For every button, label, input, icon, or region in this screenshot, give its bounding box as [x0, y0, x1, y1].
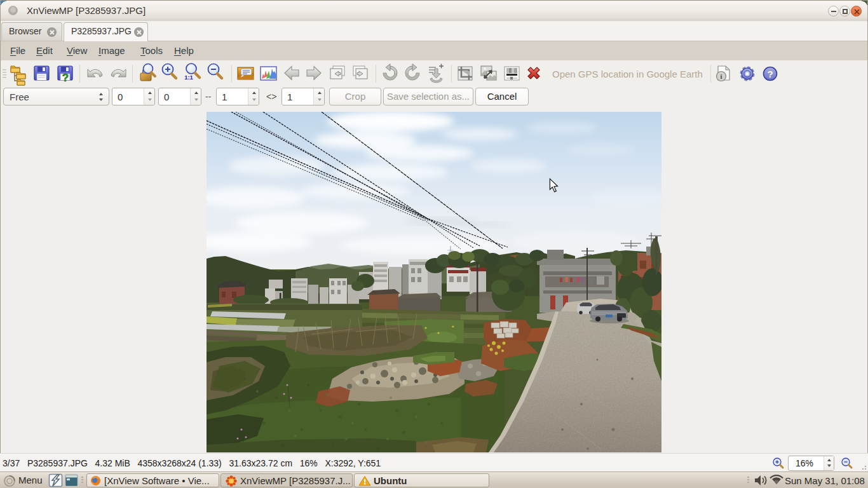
- svg-text:1:1: 1:1: [184, 74, 193, 81]
- svg-text:?: ?: [62, 72, 69, 84]
- svg-text:?: ?: [767, 69, 773, 79]
- svg-text:i: i: [720, 72, 722, 80]
